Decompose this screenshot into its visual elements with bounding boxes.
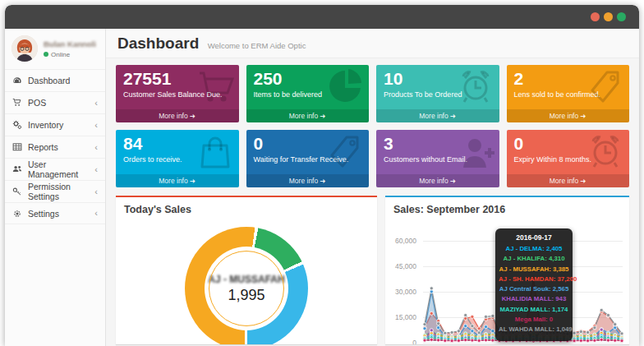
chevron-left-icon: ‹ (94, 187, 98, 196)
more-info-label: More info (550, 177, 578, 185)
user-panel: Bulan Kannoli Online (5, 29, 105, 69)
sidebar-item-label: Dashboard (28, 76, 70, 85)
arrow-circle-right-icon: ➜ (450, 109, 456, 122)
tooltip-row: AJ - MUSSAFAH: 3,385 (499, 265, 569, 274)
more-info-link[interactable]: More info ➜ (116, 109, 239, 122)
more-info-label: More info (289, 112, 318, 120)
chevron-left-icon: ‹ (94, 143, 98, 152)
panel-title: Sales: September 2016 (385, 197, 629, 219)
online-status-icon (44, 52, 48, 57)
sidebar-item-settings[interactable]: Settings ‹ (5, 202, 105, 224)
sidebar-item-label: User Management (28, 159, 89, 179)
tooltip-row: Mega Mall: 0 (499, 315, 569, 325)
window-titlebar (5, 5, 639, 29)
more-info-link[interactable]: More info ➜ (376, 174, 499, 187)
panel-title: Today's Sales (116, 197, 377, 219)
sidebar-item-label: Inventory (28, 120, 63, 130)
alarm-icon (586, 133, 624, 171)
info-box: 10Products To be OrderedMore info ➜ (376, 65, 499, 122)
window-dot-yellow[interactable] (604, 12, 613, 21)
sidebar-menu: Dashboard POS ‹ (5, 69, 105, 224)
sidebar-item-label: Reports (28, 142, 58, 152)
tooltip-date: 2016-09-17 (499, 233, 569, 242)
bag-icon (196, 133, 234, 171)
key-icon (12, 187, 22, 196)
page-title: Dashboard (117, 35, 199, 52)
user-status: Online (44, 51, 96, 58)
arrow-circle-right-icon: ➜ (190, 109, 196, 122)
tooltip-row: KHALIDIA MALL: 943 (499, 294, 569, 304)
donut-chart[interactable]: AJ - MUSSAFAH 1,995 (185, 227, 308, 344)
info-box-grid: 27551Customer Sales Balance Due.More inf… (116, 65, 629, 187)
monthly-sales-panel: Sales: September 2016 60,000 45,000 30,0… (385, 196, 629, 344)
arrow-circle-right-icon: ➜ (190, 174, 196, 187)
person-plus-icon (457, 133, 494, 171)
more-info-label: More info (159, 112, 187, 120)
cart-icon (12, 98, 22, 108)
tooltip-row: AJ Central Souk: 2,565 (499, 284, 569, 294)
more-info-link[interactable]: More info ➜ (507, 174, 630, 187)
tooltip-row: AJ - SH. HAMDAN: 37,200 (499, 274, 569, 284)
today-sales-panel: Today's Sales AJ - MUSSAFAH 1,995 (116, 196, 377, 344)
more-info-label: More info (289, 177, 318, 185)
sidebar-item-reports[interactable]: Reports ‹ (5, 136, 105, 158)
alarm-icon (457, 68, 494, 106)
chevron-left-icon: ‹ (94, 165, 98, 174)
donut-inner-ring (209, 251, 284, 326)
window-dot-red[interactable] (591, 12, 600, 21)
window-dot-green[interactable] (617, 12, 626, 21)
tooltip-row: AL WAHDA MALL: 1,049 (499, 325, 569, 334)
cart-icon (196, 68, 234, 106)
sidebar-item-label: Permission Settings (28, 182, 89, 201)
tag-icon (586, 68, 624, 106)
arrow-circle-right-icon: ➜ (581, 109, 586, 122)
arrow-circle-right-icon: ➜ (450, 174, 456, 187)
chart-tooltip: 2016-09-17 AJ - DELMA: 2,405AJ - KHALIFA… (495, 228, 573, 341)
sidebar-item-dashboard[interactable]: Dashboard (5, 69, 105, 91)
area-chart[interactable]: 60,000 45,000 30,000 15,000 0 2016-09-17 (385, 219, 629, 344)
sidebar-item-label: Settings (28, 209, 59, 219)
info-box: 0Waiting for Transfer Receive.More info … (246, 130, 370, 187)
info-box: 250Items to be deliveredMore info ➜ (246, 65, 370, 122)
sidebar-item-user-management[interactable]: User Management ‹ (5, 158, 105, 180)
tag-icon (326, 133, 364, 171)
pie-icon (326, 68, 364, 106)
main-content: Dashboard Welcome to ERM Aide Optic 2755… (106, 29, 639, 346)
tooltip-row: AJ - DELMA: 2,405 (499, 244, 569, 254)
tooltip-row: MAZIYAD MALL: 1,174 (499, 305, 569, 315)
sidebar-item-label: POS (28, 98, 46, 108)
more-info-link[interactable]: More info ➜ (246, 174, 370, 187)
cogs-icon (12, 120, 22, 130)
info-box: 27551Customer Sales Balance Due.More inf… (116, 65, 239, 122)
more-info-label: More info (419, 112, 448, 120)
users-icon (12, 164, 22, 174)
info-box: 84Orders to receive.More info ➜ (116, 130, 239, 187)
chevron-left-icon: ‹ (94, 121, 98, 130)
app-window: Bulan Kannoli Online Dashboard (5, 5, 639, 346)
info-box: 2Lens sold to be confirmed.More info ➜ (507, 65, 630, 122)
sidebar: Bulan Kannoli Online Dashboard (5, 29, 106, 346)
more-info-link[interactable]: More info ➜ (246, 109, 370, 122)
chevron-left-icon: ‹ (94, 99, 98, 108)
gauge-icon (12, 76, 22, 85)
more-info-label: More info (159, 177, 187, 185)
sidebar-item-permission-settings[interactable]: Permission Settings ‹ (5, 180, 105, 202)
more-info-link[interactable]: More info ➜ (507, 109, 630, 122)
sidebar-item-pos[interactable]: POS ‹ (5, 91, 105, 113)
page-subtitle: Welcome to ERM Aide Optic (208, 41, 306, 50)
more-info-label: More info (419, 177, 448, 185)
sidebar-item-inventory[interactable]: Inventory ‹ (5, 113, 105, 136)
more-info-link[interactable]: More info ➜ (376, 109, 499, 122)
arrow-circle-right-icon: ➜ (320, 109, 326, 122)
avatar (12, 35, 38, 62)
info-box: 0Expiry Within 8 months.More info ➜ (507, 130, 630, 187)
tooltip-row: AJ - KHALIFA: 4,310 (499, 254, 569, 264)
arrow-circle-right-icon: ➜ (581, 174, 586, 187)
user-name: Bulan Kannoli (44, 39, 96, 48)
gear-icon (12, 209, 22, 219)
user-status-label: Online (51, 51, 70, 58)
more-info-label: More info (550, 112, 578, 120)
arrow-circle-right-icon: ➜ (320, 174, 326, 187)
more-info-link[interactable]: More info ➜ (116, 174, 239, 187)
content-header: Dashboard Welcome to ERM Aide Optic (106, 29, 639, 58)
